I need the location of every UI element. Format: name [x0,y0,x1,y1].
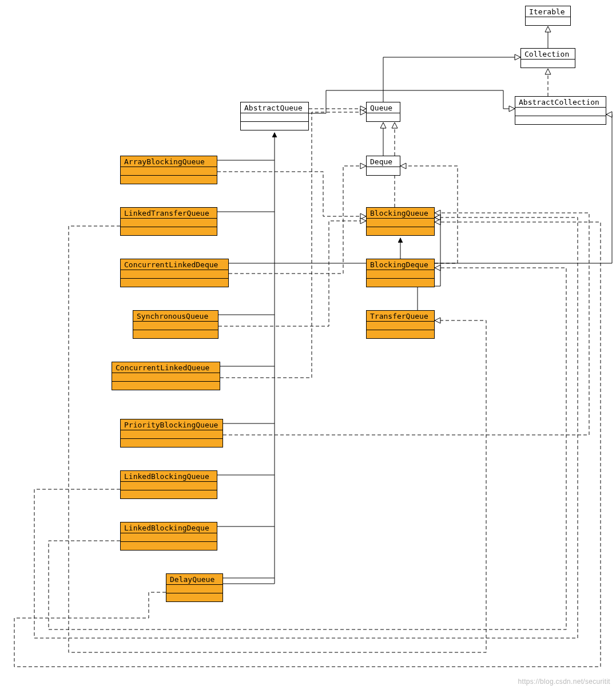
class-linked-blocking-queue: LinkedBlockingQueue [120,470,217,499]
class-title: AbstractCollection [515,97,606,108]
class-blocking-queue: BlockingQueue [366,207,435,236]
class-delay-queue: DelayQueue [166,573,223,602]
class-array-blocking-queue: ArrayBlockingQueue [120,156,217,184]
class-title: BlockingDeque [367,259,434,270]
class-title: SynchronousQueue [133,311,218,322]
class-title: ArrayBlockingQueue [121,156,217,167]
class-title: Deque [367,156,400,167]
class-synchronous-queue: SynchronousQueue [133,310,218,339]
class-title: Collection [521,49,575,60]
class-iterable: Iterable [525,6,571,26]
class-title: LinkedBlockingQueue [121,471,217,482]
class-title: Queue [367,102,400,113]
class-linked-blocking-deque: LinkedBlockingDeque [120,522,217,551]
class-title: LinkedTransferQueue [121,208,217,219]
class-queue: Queue [366,102,400,122]
class-blocking-deque: BlockingDeque [366,259,435,287]
class-priority-blocking-queue: PriorityBlockingQueue [120,419,223,448]
class-collection: Collection [520,48,575,68]
class-title: LinkedBlockingDeque [121,522,217,533]
class-title: TransferQueue [367,311,434,322]
class-concurrent-linked-queue: ConcurrentLinkedQueue [112,362,220,390]
class-title: BlockingQueue [367,208,434,219]
classunusual-title: ConcurrentLinkedDeque [121,259,228,270]
uml-diagram: Iterable Collection AbstractCollection A… [0,0,616,689]
class-title: ConcurrentLinkedQueue [112,362,220,373]
class-linked-transfer-queue: LinkedTransferQueue [120,207,217,236]
class-concurrent-linked-deque: ConcurrentLinkedDeque [120,259,229,287]
class-title: AbstractQueue [241,102,308,113]
class-deque: Deque [366,156,400,176]
class-title: PriorityBlockingQueue [121,419,222,430]
class-title: DelayQueue [166,574,222,585]
class-abstract-collection: AbstractCollection [515,96,606,125]
watermark: https://blog.csdn.net/securitit [518,678,610,686]
class-transfer-queue: TransferQueue [366,310,435,339]
class-abstract-queue: AbstractQueue [240,102,309,130]
class-title: Iterable [526,6,570,17]
